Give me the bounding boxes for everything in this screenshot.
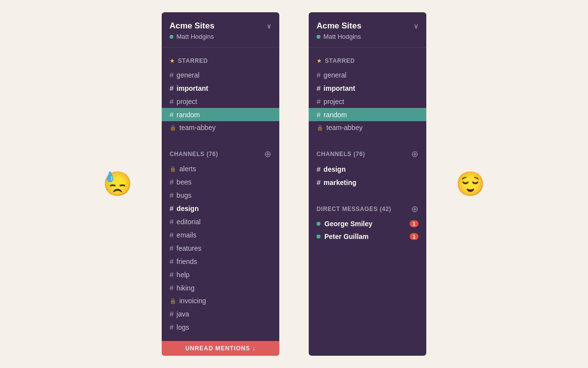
hash-icon: # xyxy=(170,244,173,252)
hash-icon: # xyxy=(170,231,173,239)
right-starred-important[interactable]: # important xyxy=(309,81,426,95)
hash-icon: # xyxy=(317,71,320,79)
unread-mentions-banner[interactable]: UNREAD MENTIONS ↓ xyxy=(162,341,279,356)
left-starred-team-abbey[interactable]: 🔒 team-abbey xyxy=(162,121,279,134)
left-channel-help[interactable]: # help xyxy=(162,268,279,281)
left-starred-header: ★ STARRED xyxy=(162,55,279,66)
right-dm-peter-guillam[interactable]: Peter Guillam 1 xyxy=(309,230,426,243)
right-chevron-icon: ∨ xyxy=(414,22,418,30)
channel-name: random xyxy=(323,111,418,119)
hash-icon: # xyxy=(170,270,173,279)
right-starred-project[interactable]: # project xyxy=(309,95,426,108)
channel-name: marketing xyxy=(323,179,418,186)
right-starred-general[interactable]: # general xyxy=(309,68,426,81)
hash-icon: # xyxy=(170,110,173,119)
dm-name: Peter Guillam xyxy=(324,233,408,240)
hash-icon: # xyxy=(317,165,320,173)
hash-icon: # xyxy=(170,284,173,292)
right-workspace-name[interactable]: Acme Sites ∨ xyxy=(317,21,418,31)
left-starred-random[interactable]: # random xyxy=(162,108,279,121)
left-channel-alerts[interactable]: 🔒 alerts xyxy=(162,162,279,175)
channel-name: bugs xyxy=(176,191,271,199)
left-starred-section: ★ STARRED # general # important # projec… xyxy=(162,55,279,134)
channel-name: project xyxy=(323,98,418,105)
channel-name: alerts xyxy=(179,165,271,173)
right-dm-section: DIRECT MESSAGES (42) ⊕ George Smiley 1 P… xyxy=(309,203,426,243)
right-status-dot xyxy=(317,35,320,39)
right-channel-marketing[interactable]: # marketing xyxy=(309,176,426,189)
channel-name: random xyxy=(176,111,271,119)
left-channel-hiking[interactable]: # hiking xyxy=(162,281,279,294)
left-add-channel-icon[interactable]: ⊕ xyxy=(264,150,271,158)
left-workspace-title: Acme Sites xyxy=(170,21,215,31)
hash-icon: # xyxy=(317,84,320,92)
dm-name: George Smiley xyxy=(324,220,408,228)
hash-icon: # xyxy=(170,323,173,331)
channel-name: important xyxy=(323,84,418,92)
left-channel-java[interactable]: # java xyxy=(162,307,279,320)
left-username: Matt Hodgins xyxy=(176,33,214,40)
left-channel-emails[interactable]: # emails xyxy=(162,228,279,241)
right-channel-design[interactable]: # design xyxy=(309,162,426,176)
left-channel-invoicing[interactable]: 🔒 invoicing xyxy=(162,294,279,307)
page-container: 😓 Acme Sites ∨ Matt Hodgins ★ STARRED xyxy=(0,0,588,368)
left-channel-bugs[interactable]: # bugs xyxy=(162,188,279,202)
right-sidebar: Acme Sites ∨ Matt Hodgins ★ STARRED # xyxy=(309,12,426,356)
left-channel-logs[interactable]: # logs xyxy=(162,320,279,334)
left-starred-project[interactable]: # project xyxy=(162,95,279,108)
left-starred-general[interactable]: # general xyxy=(162,68,279,81)
hash-icon: # xyxy=(170,97,173,105)
right-starred-label: STARRED xyxy=(325,57,355,64)
channel-name: design xyxy=(176,205,271,212)
left-channel-editorial[interactable]: # editorial xyxy=(162,215,279,228)
dm-badge: 1 xyxy=(410,233,418,240)
lock-icon: 🔒 xyxy=(170,166,176,172)
left-channel-bees[interactable]: # bees xyxy=(162,175,279,188)
right-dm-george-smiley[interactable]: George Smiley 1 xyxy=(309,217,426,230)
hash-icon: # xyxy=(317,178,320,186)
left-channels-header: CHANNELS (76) ⊕ xyxy=(162,148,279,160)
channel-name: features xyxy=(176,244,271,252)
right-starred-random[interactable]: # random xyxy=(309,108,426,121)
channel-name: help xyxy=(176,271,271,279)
channel-name: java xyxy=(176,310,271,318)
left-channel-features[interactable]: # features xyxy=(162,241,279,255)
hash-icon: # xyxy=(170,310,173,318)
emoji-right: 😌 xyxy=(456,170,485,198)
hash-icon: # xyxy=(170,257,173,265)
right-sidebar-header: Acme Sites ∨ Matt Hodgins xyxy=(309,12,426,48)
right-starred-header: ★ STARRED xyxy=(309,55,426,66)
left-sidebar-content: ★ STARRED # general # important # projec… xyxy=(162,48,279,356)
channel-name: logs xyxy=(176,323,271,331)
hash-icon: # xyxy=(317,110,320,119)
left-channel-friends[interactable]: # friends xyxy=(162,255,279,268)
left-status-dot xyxy=(170,35,173,39)
dm-badge: 1 xyxy=(410,220,418,227)
channel-name: important xyxy=(176,84,271,92)
lock-icon: 🔒 xyxy=(170,298,176,304)
right-channels-section: CHANNELS (76) ⊕ # design # marketing xyxy=(309,148,426,189)
right-channels-label: CHANNELS (76) xyxy=(317,151,365,158)
hash-icon: # xyxy=(170,84,173,92)
dm-online-dot xyxy=(317,222,320,226)
left-chevron-icon: ∨ xyxy=(267,22,271,30)
hash-icon: # xyxy=(170,191,173,199)
hash-icon: # xyxy=(170,204,173,212)
right-workspace-title: Acme Sites xyxy=(317,21,362,31)
left-channels-section: CHANNELS (76) ⊕ 🔒 alerts # bees # bugs xyxy=(162,148,279,334)
hash-icon: # xyxy=(170,71,173,79)
emoji-left: 😓 xyxy=(103,170,132,198)
left-channel-design[interactable]: # design xyxy=(162,202,279,215)
right-starred-team-abbey[interactable]: 🔒 team-abbey xyxy=(309,121,426,134)
channel-name: bees xyxy=(176,178,271,186)
right-dm-label: DIRECT MESSAGES (42) xyxy=(317,206,392,212)
channel-name: hiking xyxy=(176,284,271,292)
channel-name: friends xyxy=(176,258,271,265)
lock-icon: 🔒 xyxy=(317,125,323,131)
right-add-channel-icon[interactable]: ⊕ xyxy=(411,150,418,158)
right-add-dm-icon[interactable]: ⊕ xyxy=(411,205,418,213)
channel-name: team-abbey xyxy=(326,124,418,131)
left-starred-important[interactable]: # important xyxy=(162,81,279,95)
channel-name: invoicing xyxy=(179,297,271,305)
left-workspace-name[interactable]: Acme Sites ∨ xyxy=(170,21,271,31)
